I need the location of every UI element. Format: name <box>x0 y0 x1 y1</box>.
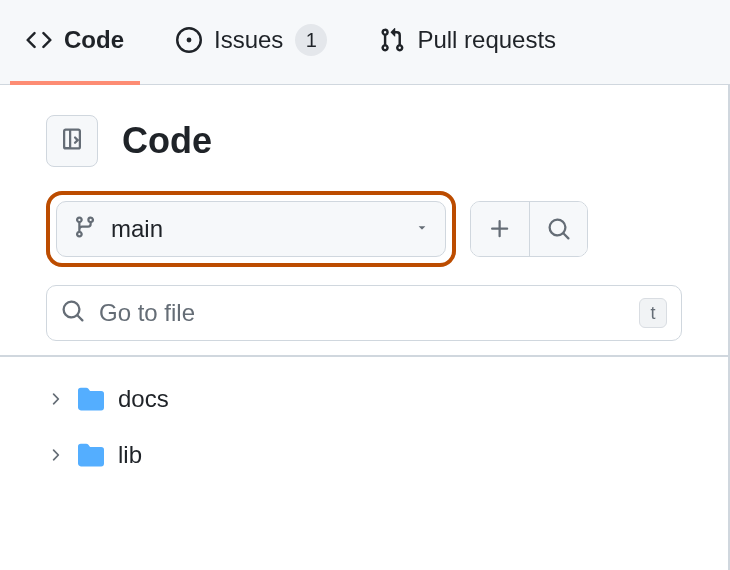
search-files-button[interactable] <box>529 202 587 257</box>
keyboard-hint: t <box>639 298 667 328</box>
search-icon <box>61 299 85 327</box>
caret-down-icon <box>415 220 429 238</box>
go-to-file-input[interactable]: Go to file t <box>46 285 682 341</box>
branch-controls-row: main <box>46 191 682 267</box>
repo-tab-nav: Code Issues 1 Pull requests <box>0 0 730 85</box>
issues-count-badge: 1 <box>295 24 327 56</box>
file-tree: docs lib <box>0 355 728 483</box>
tab-pull-requests[interactable]: Pull requests <box>363 0 572 85</box>
branch-select-button[interactable]: main <box>56 201 446 257</box>
search-icon <box>547 217 571 244</box>
chevron-right-icon <box>46 390 64 408</box>
go-to-file-placeholder: Go to file <box>99 299 625 327</box>
sidebar-collapse-icon <box>60 127 84 155</box>
add-file-button[interactable] <box>471 202 529 257</box>
page-title: Code <box>122 120 212 162</box>
sidebar-toggle-button[interactable] <box>46 115 98 167</box>
code-icon <box>26 27 52 53</box>
tab-code[interactable]: Code <box>10 0 140 85</box>
chevron-right-icon <box>46 446 64 464</box>
tab-pull-requests-label: Pull requests <box>417 26 556 54</box>
plus-icon <box>488 217 512 244</box>
tab-code-label: Code <box>64 26 124 54</box>
branch-select-highlight: main <box>46 191 456 267</box>
pull-request-icon <box>379 27 405 53</box>
tree-item[interactable]: lib <box>46 427 728 483</box>
file-action-group <box>470 201 588 257</box>
tree-item-label: lib <box>118 441 142 469</box>
branch-icon <box>73 215 97 243</box>
tab-issues-label: Issues <box>214 26 283 54</box>
tab-issues[interactable]: Issues 1 <box>160 0 343 85</box>
folder-icon <box>78 442 104 468</box>
code-header: Code <box>46 115 682 167</box>
branch-name-label: main <box>111 215 401 243</box>
tree-item[interactable]: docs <box>46 371 728 427</box>
issues-icon <box>176 27 202 53</box>
folder-icon <box>78 386 104 412</box>
code-main-area: Code main <box>0 85 730 570</box>
tree-item-label: docs <box>118 385 169 413</box>
